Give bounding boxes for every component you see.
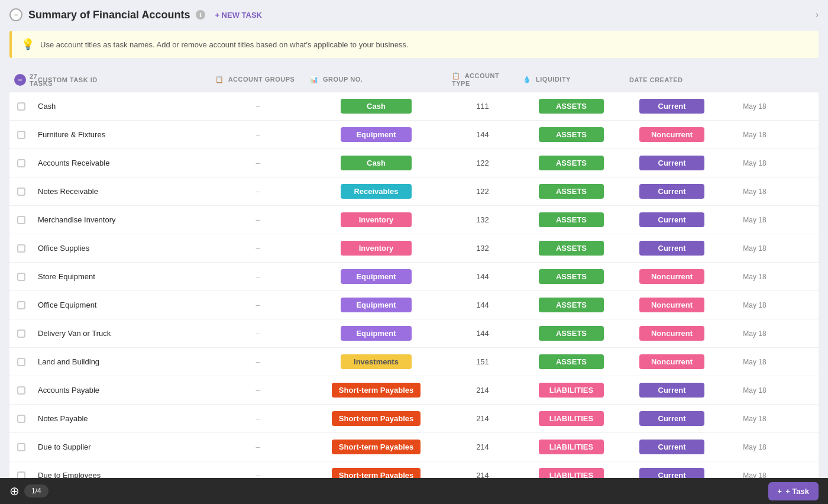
task-name: Office Supplies	[33, 244, 211, 253]
checkbox-input[interactable]	[17, 188, 25, 196]
liquidity-badge[interactable]: Current	[639, 383, 704, 398]
liquidity-badge[interactable]: Noncurrent	[639, 127, 704, 142]
liquidity-badge[interactable]: Noncurrent	[639, 326, 704, 341]
account-group-badge[interactable]: Inventory	[341, 212, 412, 227]
account-type-badge[interactable]: ASSETS	[539, 127, 604, 142]
custom-id-column-header: CUSTOM TASK ID	[33, 76, 211, 83]
checkbox-input[interactable]	[17, 415, 25, 423]
row-checkbox[interactable]	[9, 358, 33, 366]
liquidity-badge[interactable]: Current	[639, 156, 704, 170]
account-type-badge[interactable]: ASSETS	[539, 241, 604, 256]
checkbox-input[interactable]	[17, 244, 25, 253]
liquidity-badge[interactable]: Current	[639, 184, 704, 199]
row-checkbox[interactable]	[9, 443, 33, 451]
checkbox-input[interactable]	[17, 273, 25, 281]
table-row[interactable]: Office Supplies – Inventory 132 ASSETS C…	[9, 234, 819, 263]
info-button[interactable]: ℹ	[196, 10, 205, 20]
checkbox-input[interactable]	[17, 443, 25, 451]
account-group-badge[interactable]: Short-term Payables	[332, 411, 421, 426]
date-created-cell: May 18	[719, 386, 790, 395]
table-row[interactable]: Land and Building – Investments 151 ASSE…	[9, 348, 819, 376]
account-group-badge[interactable]: Cash	[341, 156, 412, 170]
account-type-badge[interactable]: ASSETS	[539, 269, 604, 284]
table-row[interactable]: Notes Receivable – Receivables 122 ASSET…	[9, 177, 819, 206]
row-checkbox[interactable]	[9, 329, 33, 338]
table-row[interactable]: Notes Payable – Short-term Payables 214 …	[9, 405, 819, 433]
row-checkbox[interactable]	[9, 244, 33, 253]
custom-id: –	[211, 442, 305, 451]
account-group-badge[interactable]: Equipment	[341, 269, 412, 284]
account-type-badge[interactable]: ASSETS	[539, 326, 604, 341]
account-group-cell: Receivables	[305, 182, 447, 201]
table-row[interactable]: Delivery Van or Truck – Equipment 144 AS…	[9, 319, 819, 348]
new-task-button[interactable]: + NEW TASK	[211, 9, 266, 21]
checkbox-input[interactable]	[17, 329, 25, 338]
account-group-badge[interactable]: Investments	[341, 354, 412, 369]
account-group-cell: Short-term Payables	[305, 380, 447, 400]
checkbox-input[interactable]	[17, 159, 25, 167]
row-checkbox[interactable]	[9, 131, 33, 139]
table-row[interactable]: Merchandise Inventory – Inventory 132 AS…	[9, 206, 819, 234]
account-type-badge[interactable]: LIABILITIES	[539, 440, 604, 454]
row-checkbox[interactable]	[9, 386, 33, 395]
task-name: Notes Receivable	[33, 187, 211, 196]
table-row[interactable]: Office Equipment – Equipment 144 ASSETS …	[9, 291, 819, 319]
table-row[interactable]: Store Equipment – Equipment 144 ASSETS N…	[9, 263, 819, 291]
task-name: Accounts Payable	[33, 386, 211, 395]
liquidity-badge[interactable]: Noncurrent	[639, 298, 704, 312]
liquidity-badge[interactable]: Noncurrent	[639, 269, 704, 284]
tasks-toggle-button[interactable]: −	[14, 74, 26, 86]
row-checkbox[interactable]	[9, 273, 33, 281]
row-checkbox[interactable]	[9, 301, 33, 309]
row-checkbox[interactable]	[9, 216, 33, 224]
account-type-badge[interactable]: ASSETS	[539, 184, 604, 199]
liquidity-badge[interactable]: Current	[639, 440, 704, 454]
liquidity-badge[interactable]: Noncurrent	[639, 354, 704, 369]
account-type-cell: ASSETS	[518, 182, 625, 201]
date-created-cell: May 18	[719, 443, 790, 451]
account-group-badge[interactable]: Cash	[341, 99, 412, 114]
table-row[interactable]: Furniture & Fixtures – Equipment 144 ASS…	[9, 121, 819, 149]
liquidity-badge[interactable]: Current	[639, 99, 704, 114]
row-checkbox[interactable]	[9, 188, 33, 196]
nav-icon[interactable]: ⊕	[9, 484, 20, 498]
liquidity-cell: Current	[625, 380, 719, 400]
account-type-badge[interactable]: LIABILITIES	[539, 411, 604, 426]
account-group-badge[interactable]: Equipment	[341, 298, 412, 312]
table-row[interactable]: Accounts Payable – Short-term Payables 2…	[9, 376, 819, 405]
table-row[interactable]: Cash – Cash 111 ASSETS Current May 18	[9, 92, 819, 121]
collapse-toggle[interactable]: −	[9, 8, 22, 21]
account-group-badge[interactable]: Equipment	[341, 326, 412, 341]
liquidity-badge[interactable]: Current	[639, 241, 704, 256]
account-group-badge[interactable]: Short-term Payables	[332, 383, 421, 398]
account-type-badge[interactable]: ASSETS	[539, 298, 604, 312]
account-group-badge[interactable]: Equipment	[341, 127, 412, 142]
add-task-button[interactable]: + + Task	[768, 482, 819, 500]
custom-id: –	[211, 130, 305, 139]
checkbox-input[interactable]	[17, 102, 25, 111]
table-row[interactable]: Due to Supplier – Short-term Payables 21…	[9, 433, 819, 461]
liquidity-badge[interactable]: Current	[639, 411, 704, 426]
account-group-badge[interactable]: Short-term Payables	[332, 440, 421, 454]
account-group-cell: Short-term Payables	[305, 437, 447, 457]
table-row[interactable]: Accounts Receivable – Cash 122 ASSETS Cu…	[9, 149, 819, 177]
row-checkbox[interactable]	[9, 102, 33, 111]
row-checkbox[interactable]	[9, 415, 33, 423]
account-group-badge[interactable]: Inventory	[341, 241, 412, 256]
checkbox-input[interactable]	[17, 131, 25, 139]
account-group-badge[interactable]: Receivables	[341, 184, 412, 199]
checkbox-input[interactable]	[17, 301, 25, 309]
account-type-badge[interactable]: ASSETS	[539, 156, 604, 170]
liquidity-badge[interactable]: Current	[639, 212, 704, 227]
group-no-cell: 144	[447, 329, 518, 338]
group-no-cell: 144	[447, 130, 518, 139]
account-type-badge[interactable]: LIABILITIES	[539, 383, 604, 398]
account-type-badge[interactable]: ASSETS	[539, 354, 604, 369]
account-type-badge[interactable]: ASSETS	[539, 99, 604, 114]
checkbox-input[interactable]	[17, 386, 25, 395]
account-type-badge[interactable]: ASSETS	[539, 212, 604, 227]
account-group-cell: Inventory	[305, 238, 447, 258]
row-checkbox[interactable]	[9, 159, 33, 167]
checkbox-input[interactable]	[17, 358, 25, 366]
checkbox-input[interactable]	[17, 216, 25, 224]
